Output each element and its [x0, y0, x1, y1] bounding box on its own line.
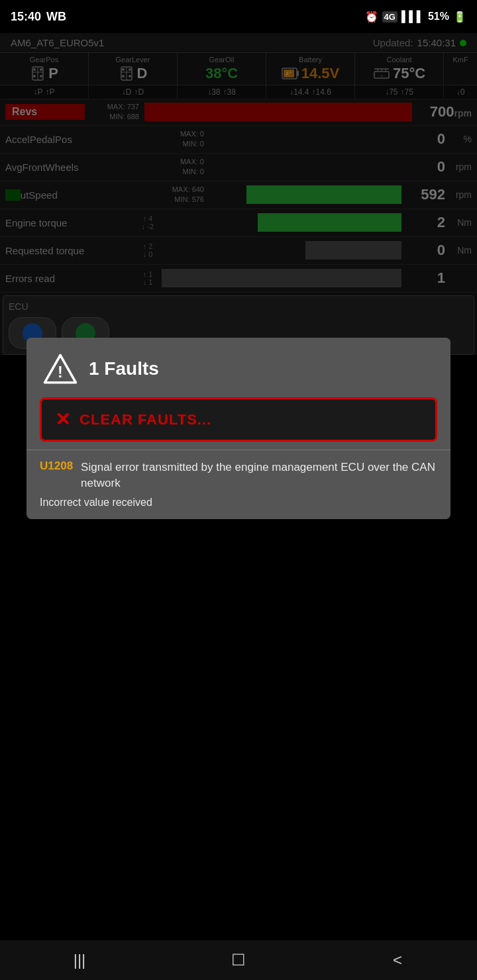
clear-faults-x-icon: ✕ — [55, 409, 70, 430]
fault-subtext: Incorrect value received — [40, 497, 152, 508]
fault-description: Signal error transmitted by the engine m… — [81, 460, 437, 491]
bottom-navigation: ||| ☐ < — [0, 940, 477, 980]
warning-triangle-icon: ! — [42, 351, 78, 387]
signal-4g: 4G — [382, 11, 398, 23]
clear-faults-label: CLEAR FAULTS... — [80, 411, 211, 428]
battery-percent: 51% — [428, 11, 449, 23]
fault-count-title: 1 Faults — [89, 358, 159, 379]
signal-bars-icon: ▌▌▌ — [401, 11, 424, 23]
status-time: 15:40 — [11, 10, 41, 24]
fault-code: U1208 — [40, 460, 73, 491]
status-bar: 15:40 WB ⏰ 4G ▌▌▌ 51% 🔋 — [0, 0, 477, 33]
status-carrier: WB — [46, 10, 66, 24]
nav-home-button[interactable]: ☐ — [212, 946, 265, 975]
status-time-carrier: 15:40 WB — [11, 10, 66, 24]
fault-code-row: U1208 Signal error transmitted by the en… — [26, 450, 450, 497]
clear-faults-button[interactable]: ✕ CLEAR FAULTS... — [40, 397, 437, 442]
svg-text:!: ! — [58, 364, 63, 381]
nav-recent-button[interactable]: < — [371, 946, 424, 975]
status-icons: ⏰ 4G ▌▌▌ 51% 🔋 — [365, 11, 466, 23]
modal-overlay: ! 1 Faults ✕ CLEAR FAULTS... U1208 Signa… — [0, 33, 477, 940]
fault-subtext-row: Incorrect value received — [26, 497, 450, 519]
battery-icon: 🔋 — [453, 11, 466, 23]
nav-back-button[interactable]: ||| — [53, 946, 106, 975]
alarm-icon: ⏰ — [365, 11, 378, 23]
fault-dialog: ! 1 Faults ✕ CLEAR FAULTS... U1208 Signa… — [26, 338, 450, 519]
fault-dialog-header: ! 1 Faults — [26, 338, 450, 397]
